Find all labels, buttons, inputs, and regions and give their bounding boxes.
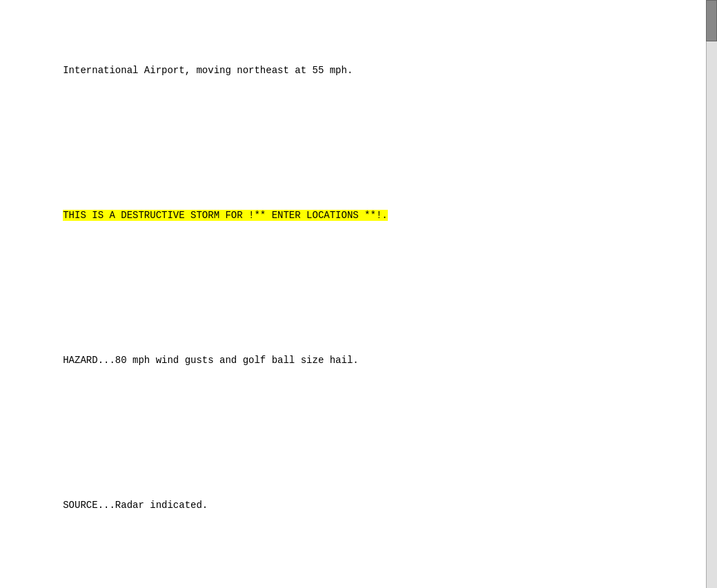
blank-line-4 xyxy=(17,571,692,585)
scrollbar-thumb[interactable] xyxy=(706,0,717,41)
source-text: SOURCE...Radar indicated. xyxy=(63,500,208,511)
source-line: SOURCE...Radar indicated. xyxy=(17,484,692,527)
intro-text: International Airport, moving northeast … xyxy=(63,65,353,76)
content-area[interactable]: International Airport, moving northeast … xyxy=(0,0,717,588)
page-container: International Airport, moving northeast … xyxy=(0,0,717,588)
intro-line: International Airport, moving northeast … xyxy=(17,49,692,92)
text-block: International Airport, moving northeast … xyxy=(17,6,706,588)
hazard-line: HAZARD...80 mph wind gusts and golf ball… xyxy=(17,339,692,382)
hazard-text: HAZARD...80 mph wind gusts and golf ball… xyxy=(63,355,358,366)
blank-line-2 xyxy=(17,281,692,295)
destructive-storm-notice: THIS IS A DESTRUCTIVE STORM FOR !** ENTE… xyxy=(63,210,387,221)
scrollbar[interactable] xyxy=(706,0,717,588)
blank-line-3 xyxy=(17,426,692,440)
blank-line-1 xyxy=(17,136,692,150)
destructive-storm-line: THIS IS A DESTRUCTIVE STORM FOR !** ENTE… xyxy=(17,194,692,237)
